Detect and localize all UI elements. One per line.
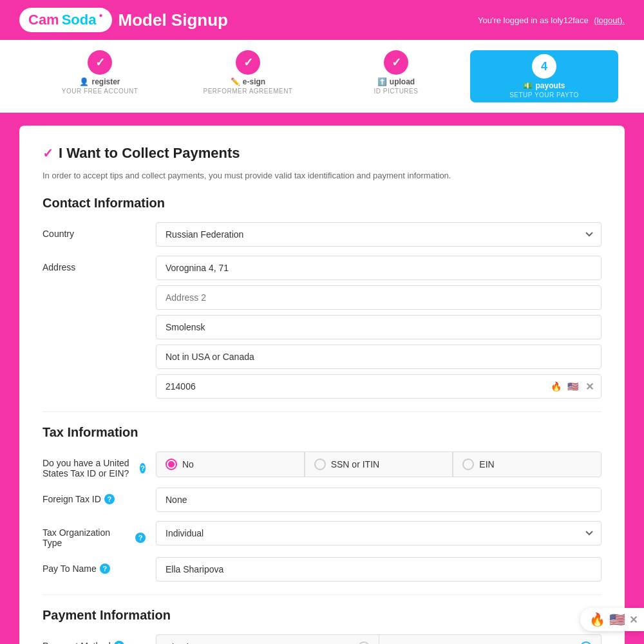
pay-to-row: Pay To Name ? bbox=[43, 557, 601, 582]
step-esign-label: ✏️ e-sign bbox=[231, 77, 265, 86]
logo-area: Cam Soda ● Model Signup bbox=[19, 8, 228, 32]
payment-method-row: Payment Method ? Check Paxum bbox=[43, 634, 601, 644]
header-login-text: You're logged in as loly12face (logout). bbox=[478, 14, 625, 26]
header: Cam Soda ● Model Signup You're logged in… bbox=[0, 0, 644, 40]
tax-option-no[interactable]: No bbox=[156, 451, 305, 477]
step-payouts[interactable]: 4 💵 payouts SETUP YOUR PAYTO bbox=[470, 50, 618, 102]
step-payouts-circle: 4 bbox=[532, 54, 556, 79]
payment-method-help-icon[interactable]: ? bbox=[114, 641, 124, 644]
address2-input[interactable] bbox=[156, 285, 601, 310]
bottom-fire-icon[interactable]: 🔥 bbox=[589, 612, 605, 627]
close-icon[interactable]: ✕ bbox=[582, 379, 596, 393]
tax-org-help-icon[interactable]: ? bbox=[135, 533, 146, 543]
city-input[interactable] bbox=[156, 315, 601, 339]
country-field: Russian Federation bbox=[156, 222, 601, 247]
step-register-label: 👤 register bbox=[79, 77, 120, 86]
us-tax-row: Do you have a United States Tax ID or EI… bbox=[43, 451, 601, 478]
form-card: ✓ I Want to Collect Payments In order to… bbox=[19, 126, 625, 644]
steps-bar: ✓ 👤 register YOUR FREE ACCOUNT ✓ ✏️ e-si… bbox=[0, 40, 644, 113]
payment-method-group: Check Paxum bbox=[156, 634, 601, 644]
tax-org-select[interactable]: Individual bbox=[156, 521, 601, 545]
tax-option-ssn[interactable]: SSN or ITIN bbox=[305, 451, 453, 477]
address-fields: 🔥 🇺🇸 ✕ bbox=[156, 256, 601, 399]
step-upload-sub: ID PICTURES bbox=[374, 88, 419, 95]
tax-radio-ein bbox=[462, 459, 474, 470]
collect-desc: In order to accept tips and collect paym… bbox=[43, 171, 451, 180]
country-row: Country Russian Federation bbox=[43, 222, 601, 247]
bottom-floating-widget: 🔥 🇺🇸 ✕ bbox=[580, 608, 644, 631]
zip-flags: 🔥 🇺🇸 ✕ bbox=[549, 379, 596, 393]
payment-radio-paxum bbox=[580, 641, 592, 644]
step-register-sub: YOUR FREE ACCOUNT bbox=[62, 88, 138, 95]
payment-option-check[interactable]: Check bbox=[156, 634, 379, 644]
step-upload-circle: ✓ bbox=[384, 50, 408, 75]
foreign-tax-input[interactable] bbox=[156, 488, 601, 512]
address1-input[interactable] bbox=[156, 256, 601, 280]
collect-title: ✓ I Want to Collect Payments bbox=[43, 145, 240, 162]
step-esign-circle: ✓ bbox=[236, 50, 260, 75]
divider-1 bbox=[43, 412, 601, 412]
step-esign[interactable]: ✓ ✏️ e-sign PERFORMER AGREEMENT bbox=[174, 50, 322, 102]
address-row: Address 🔥 🇺🇸 ✕ bbox=[43, 256, 601, 399]
tax-radio-no bbox=[166, 459, 177, 470]
collect-header: ✓ I Want to Collect Payments In order to… bbox=[43, 145, 601, 180]
fire-icon[interactable]: 🔥 bbox=[549, 379, 563, 393]
foreign-tax-label: Foreign Tax ID ? bbox=[43, 488, 146, 504]
bottom-close-icon[interactable]: ✕ bbox=[629, 614, 638, 626]
us-tax-radio-group: No SSN or ITIN EIN bbox=[156, 451, 601, 477]
logo-soda: Soda bbox=[62, 12, 97, 28]
pay-to-label: Pay To Name ? bbox=[43, 557, 146, 574]
country-label: Country bbox=[43, 222, 146, 239]
foreign-tax-field bbox=[156, 488, 601, 512]
state-input[interactable] bbox=[156, 345, 601, 369]
payment-radio-check bbox=[358, 641, 370, 644]
us-tax-label: Do you have a United States Tax ID or EI… bbox=[43, 451, 146, 478]
check-icon: ✓ bbox=[43, 146, 53, 161]
pay-to-help-icon[interactable]: ? bbox=[100, 564, 110, 574]
step-upload[interactable]: ✓ ⬆️ upload ID PICTURES bbox=[322, 50, 470, 102]
step-esign-sub: PERFORMER AGREEMENT bbox=[204, 88, 293, 95]
logout-link[interactable]: (logout). bbox=[594, 15, 625, 25]
tax-org-label: Tax Organization Type ? bbox=[43, 521, 146, 548]
pay-to-input[interactable] bbox=[156, 557, 601, 582]
logo-dot: ● bbox=[99, 12, 102, 19]
payment-option-paxum[interactable]: Paxum bbox=[379, 634, 602, 644]
tax-section-title: Tax Information bbox=[43, 425, 601, 440]
logo-cam: Cam bbox=[28, 12, 59, 28]
foreign-tax-row: Foreign Tax ID ? bbox=[43, 488, 601, 512]
zip-input[interactable] bbox=[156, 374, 601, 399]
step-payouts-label: 💵 payouts bbox=[523, 81, 565, 90]
tax-org-field: Individual bbox=[156, 521, 601, 545]
zip-row: 🔥 🇺🇸 ✕ bbox=[156, 374, 601, 399]
step-payouts-sub: SETUP YOUR PAYTO bbox=[509, 91, 579, 99]
pay-to-field bbox=[156, 557, 601, 582]
contact-section-title: Contact Information bbox=[43, 196, 601, 211]
us-tax-help-icon[interactable]: ? bbox=[140, 463, 146, 473]
payment-method-label: Payment Method ? bbox=[43, 634, 146, 644]
step-register-circle: ✓ bbox=[88, 50, 112, 75]
country-select[interactable]: Russian Federation bbox=[156, 222, 601, 247]
tax-org-row: Tax Organization Type ? Individual bbox=[43, 521, 601, 548]
page-title: Model Signup bbox=[118, 10, 228, 30]
bottom-flag-icon[interactable]: 🇺🇸 bbox=[609, 612, 625, 627]
us-flag-icon[interactable]: 🇺🇸 bbox=[565, 379, 580, 393]
payment-section-title: Payment Information bbox=[43, 608, 601, 623]
address-label: Address bbox=[43, 256, 146, 272]
tax-option-ein[interactable]: EIN bbox=[453, 451, 601, 477]
foreign-tax-help-icon[interactable]: ? bbox=[104, 494, 115, 504]
tax-radio-ssn bbox=[314, 459, 326, 470]
logo-bubble: Cam Soda ● bbox=[19, 8, 112, 32]
main-content: ✓ I Want to Collect Payments In order to… bbox=[0, 113, 644, 644]
divider-2 bbox=[43, 594, 601, 595]
step-register[interactable]: ✓ 👤 register YOUR FREE ACCOUNT bbox=[26, 50, 174, 102]
step-upload-label: ⬆️ upload bbox=[377, 77, 415, 86]
